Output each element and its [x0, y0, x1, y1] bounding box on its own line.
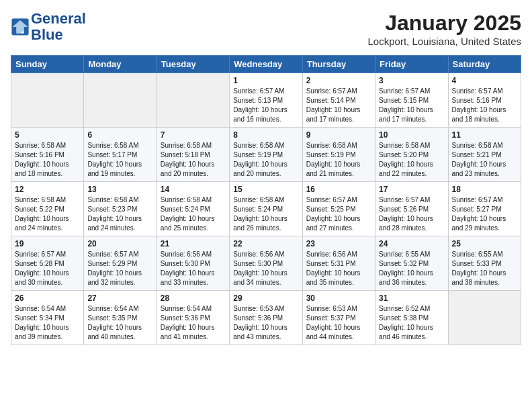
day-info: Sunrise: 6:58 AM Sunset: 5:19 PM Dayligh…: [233, 141, 298, 179]
day-number: 16: [306, 185, 371, 194]
week-row-2: 5Sunrise: 6:58 AM Sunset: 5:16 PM Daylig…: [11, 128, 521, 182]
day-number: 22: [233, 239, 298, 248]
week-row-1: 1Sunrise: 6:57 AM Sunset: 5:13 PM Daylig…: [11, 73, 521, 128]
day-number: 25: [452, 239, 517, 248]
day-info: Sunrise: 6:58 AM Sunset: 5:24 PM Dayligh…: [161, 195, 226, 233]
day-number: 2: [306, 76, 371, 85]
calendar-cell: [157, 73, 229, 128]
day-number: 12: [15, 185, 80, 194]
day-info: Sunrise: 6:58 AM Sunset: 5:19 PM Dayligh…: [306, 141, 371, 179]
logo: General Blue: [11, 11, 86, 43]
day-info: Sunrise: 6:57 AM Sunset: 5:13 PM Dayligh…: [233, 87, 298, 124]
calendar-cell: 30Sunrise: 6:53 AM Sunset: 5:37 PM Dayli…: [302, 291, 375, 345]
logo-icon: [11, 17, 30, 36]
calendar-cell: 31Sunrise: 6:52 AM Sunset: 5:38 PM Dayli…: [375, 291, 448, 345]
calendar-cell: 25Sunrise: 6:55 AM Sunset: 5:33 PM Dayli…: [448, 236, 521, 291]
day-info: Sunrise: 6:56 AM Sunset: 5:31 PM Dayligh…: [306, 250, 371, 287]
day-info: Sunrise: 6:55 AM Sunset: 5:33 PM Dayligh…: [452, 250, 517, 287]
calendar-cell: 14Sunrise: 6:58 AM Sunset: 5:24 PM Dayli…: [157, 182, 229, 236]
calendar-header-row: SundayMondayTuesdayWednesdayThursdayFrid…: [11, 56, 521, 73]
day-info: Sunrise: 6:52 AM Sunset: 5:38 PM Dayligh…: [379, 304, 444, 342]
day-header-wednesday: Wednesday: [230, 56, 302, 73]
calendar-cell: 1Sunrise: 6:57 AM Sunset: 5:13 PM Daylig…: [230, 73, 302, 128]
day-number: 19: [15, 239, 80, 248]
week-row-5: 26Sunrise: 6:54 AM Sunset: 5:34 PM Dayli…: [11, 291, 521, 345]
day-number: 6: [87, 130, 152, 140]
day-info: Sunrise: 6:58 AM Sunset: 5:22 PM Dayligh…: [15, 195, 80, 233]
day-info: Sunrise: 6:54 AM Sunset: 5:34 PM Dayligh…: [15, 304, 80, 342]
day-number: 20: [87, 239, 152, 248]
calendar-cell: 27Sunrise: 6:54 AM Sunset: 5:35 PM Dayli…: [84, 291, 157, 345]
calendar-cell: 7Sunrise: 6:58 AM Sunset: 5:18 PM Daylig…: [157, 128, 229, 182]
calendar-cell: [84, 73, 157, 128]
day-number: 26: [15, 293, 80, 303]
day-number: 30: [306, 293, 371, 303]
day-header-thursday: Thursday: [302, 56, 375, 73]
day-info: Sunrise: 6:57 AM Sunset: 5:25 PM Dayligh…: [306, 195, 371, 233]
calendar-cell: 9Sunrise: 6:58 AM Sunset: 5:19 PM Daylig…: [302, 128, 375, 182]
calendar-table: SundayMondayTuesdayWednesdayThursdayFrid…: [11, 55, 521, 345]
day-info: Sunrise: 6:55 AM Sunset: 5:32 PM Dayligh…: [379, 250, 444, 287]
logo-text: General Blue: [31, 11, 86, 43]
day-info: Sunrise: 6:58 AM Sunset: 5:24 PM Dayligh…: [233, 195, 298, 233]
day-info: Sunrise: 6:56 AM Sunset: 5:30 PM Dayligh…: [161, 250, 226, 287]
day-header-sunday: Sunday: [11, 56, 84, 73]
calendar-cell: 10Sunrise: 6:58 AM Sunset: 5:20 PM Dayli…: [375, 128, 448, 182]
day-info: Sunrise: 6:57 AM Sunset: 5:26 PM Dayligh…: [379, 195, 444, 233]
calendar-cell: 5Sunrise: 6:58 AM Sunset: 5:16 PM Daylig…: [11, 128, 84, 182]
calendar-cell: 23Sunrise: 6:56 AM Sunset: 5:31 PM Dayli…: [302, 236, 375, 291]
calendar-cell: 28Sunrise: 6:54 AM Sunset: 5:36 PM Dayli…: [157, 291, 229, 345]
day-number: 10: [379, 130, 444, 140]
day-info: Sunrise: 6:56 AM Sunset: 5:30 PM Dayligh…: [233, 250, 298, 287]
day-number: 8: [233, 130, 298, 140]
day-header-tuesday: Tuesday: [157, 56, 229, 73]
day-number: 31: [379, 293, 444, 303]
calendar-cell: 19Sunrise: 6:57 AM Sunset: 5:28 PM Dayli…: [11, 236, 84, 291]
calendar-cell: 24Sunrise: 6:55 AM Sunset: 5:32 PM Dayli…: [375, 236, 448, 291]
day-info: Sunrise: 6:58 AM Sunset: 5:23 PM Dayligh…: [87, 195, 152, 233]
calendar-cell: 29Sunrise: 6:53 AM Sunset: 5:36 PM Dayli…: [230, 291, 302, 345]
day-info: Sunrise: 6:57 AM Sunset: 5:29 PM Dayligh…: [87, 250, 152, 287]
day-number: 27: [87, 293, 152, 303]
calendar-cell: 11Sunrise: 6:58 AM Sunset: 5:21 PM Dayli…: [448, 128, 521, 182]
day-number: 11: [452, 130, 517, 140]
calendar-cell: 3Sunrise: 6:57 AM Sunset: 5:15 PM Daylig…: [375, 73, 448, 128]
calendar-cell: [11, 73, 84, 128]
calendar-cell: 4Sunrise: 6:57 AM Sunset: 5:16 PM Daylig…: [448, 73, 521, 128]
calendar-cell: 6Sunrise: 6:58 AM Sunset: 5:17 PM Daylig…: [84, 128, 157, 182]
page-header: General Blue January 2025 Lockport, Loui…: [11, 11, 521, 47]
day-header-friday: Friday: [375, 56, 448, 73]
calendar-cell: 22Sunrise: 6:56 AM Sunset: 5:30 PM Dayli…: [230, 236, 302, 291]
month-title: January 2025: [368, 11, 521, 36]
day-info: Sunrise: 6:57 AM Sunset: 5:28 PM Dayligh…: [15, 250, 80, 287]
day-header-saturday: Saturday: [448, 56, 521, 73]
day-number: 14: [161, 185, 226, 194]
day-info: Sunrise: 6:58 AM Sunset: 5:17 PM Dayligh…: [87, 141, 152, 179]
day-number: 4: [452, 76, 517, 85]
calendar-cell: 21Sunrise: 6:56 AM Sunset: 5:30 PM Dayli…: [157, 236, 229, 291]
day-number: 24: [379, 239, 444, 248]
day-number: 9: [306, 130, 371, 140]
day-number: 17: [379, 185, 444, 194]
day-info: Sunrise: 6:57 AM Sunset: 5:15 PM Dayligh…: [379, 87, 444, 124]
day-number: 18: [452, 185, 517, 194]
calendar-cell: 18Sunrise: 6:57 AM Sunset: 5:27 PM Dayli…: [448, 182, 521, 236]
week-row-4: 19Sunrise: 6:57 AM Sunset: 5:28 PM Dayli…: [11, 236, 521, 291]
calendar-cell: [448, 291, 521, 345]
day-info: Sunrise: 6:58 AM Sunset: 5:18 PM Dayligh…: [161, 141, 226, 179]
day-info: Sunrise: 6:58 AM Sunset: 5:21 PM Dayligh…: [452, 141, 517, 179]
calendar-cell: 26Sunrise: 6:54 AM Sunset: 5:34 PM Dayli…: [11, 291, 84, 345]
calendar-cell: 17Sunrise: 6:57 AM Sunset: 5:26 PM Dayli…: [375, 182, 448, 236]
day-number: 29: [233, 293, 298, 303]
day-number: 28: [161, 293, 226, 303]
day-info: Sunrise: 6:57 AM Sunset: 5:16 PM Dayligh…: [452, 87, 517, 124]
day-number: 3: [379, 76, 444, 85]
day-info: Sunrise: 6:57 AM Sunset: 5:27 PM Dayligh…: [452, 195, 517, 233]
calendar-cell: 20Sunrise: 6:57 AM Sunset: 5:29 PM Dayli…: [84, 236, 157, 291]
day-info: Sunrise: 6:53 AM Sunset: 5:36 PM Dayligh…: [233, 304, 298, 342]
day-header-monday: Monday: [84, 56, 157, 73]
day-info: Sunrise: 6:58 AM Sunset: 5:16 PM Dayligh…: [15, 141, 80, 179]
title-block: January 2025 Lockport, Louisiana, United…: [368, 11, 521, 47]
day-number: 1: [233, 76, 298, 85]
day-info: Sunrise: 6:58 AM Sunset: 5:20 PM Dayligh…: [379, 141, 444, 179]
